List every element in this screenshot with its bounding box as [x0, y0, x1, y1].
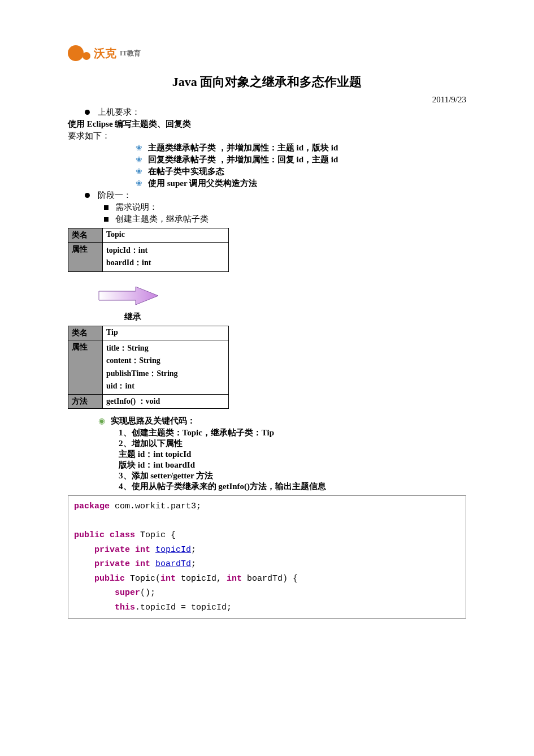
logo-main-text: 沃克: [94, 46, 116, 61]
kw-package: package: [74, 502, 110, 511]
phase-sub: 创建主题类，继承帖子类: [68, 214, 466, 224]
logo-sub-text: IT教育: [120, 49, 141, 58]
kw-private: private: [94, 545, 130, 555]
table-row: 类名 Tip: [68, 326, 229, 340]
kw-int: int: [160, 574, 176, 584]
table-cell: getInfo() ：void: [103, 395, 229, 409]
section-phase: 阶段一：: [68, 190, 466, 201]
svg-marker-0: [99, 287, 158, 305]
kw-private: private: [94, 559, 130, 569]
impl-step: 2、增加以下属性: [119, 438, 466, 449]
bullet-dot-icon: [85, 110, 90, 115]
requirements-heading: 上机要求：: [98, 107, 140, 118]
flower-bullet-icon: ❀: [136, 179, 142, 188]
table-header: 属性: [68, 340, 103, 395]
req-item: ❀ 使用 super 调用父类构造方法: [68, 178, 466, 189]
impl-heading-row: ◉ 实现思路及关键代码：: [68, 416, 466, 426]
section-requirements: 上机要求：: [68, 107, 466, 118]
req-item: ❀ 在帖子类中实现多态: [68, 166, 466, 177]
table-cell: title：String content：String publishTime：…: [103, 340, 229, 395]
code-text: topicId,: [176, 574, 227, 584]
code-text: Topic {: [135, 530, 176, 540]
impl-step: 1、创建主题类：Topic，继承帖子类：Tip: [119, 427, 466, 438]
req-item: ❀ 回复类继承帖子类 ，并增加属性：回复 id，主题 id: [68, 154, 466, 165]
logo-circle-icon: [68, 45, 84, 61]
target-bullet-icon: ◉: [98, 416, 105, 426]
table-header: 类名: [68, 326, 103, 340]
table-row: 方法 getInfo() ：void: [68, 395, 229, 409]
arrow-icon: [96, 283, 164, 308]
kw-int: int: [227, 574, 242, 584]
req-text: 在帖子类中实现多态: [148, 166, 224, 177]
code-block: package com.workit.part3; public class T…: [68, 495, 466, 619]
impl-step: 主题 id：int topicId: [119, 449, 466, 460]
req-item: ❀ 主题类继承帖子类 ，并增加属性：主题 id，版块 id: [68, 142, 466, 153]
impl-step: 版块 id：int boardId: [119, 460, 466, 470]
impl-step: 4、使用从帖子类继承来的 getInfo()方法，输出主题信息: [119, 481, 466, 492]
kw-int: int: [135, 559, 150, 569]
bullet-square-icon: [104, 205, 108, 210]
phase-sub-text: 需求说明：: [115, 202, 158, 213]
phase-sub-text: 创建主题类，继承帖子类: [115, 214, 209, 224]
kw-super: super: [115, 588, 140, 598]
bullet-dot-icon: [85, 193, 90, 198]
req-line-2: 要求如下：: [68, 131, 466, 141]
class-table-topic: 类名 Topic 属性 topicId：int boardId：int: [68, 228, 229, 272]
kw-this: this: [115, 603, 135, 612]
logo-image: 沃克 IT教育: [68, 45, 141, 61]
req-text: 回复类继承帖子类 ，并增加属性：回复 id，主题 id: [148, 154, 338, 165]
field-name: topicId: [155, 545, 191, 555]
impl-heading: 实现思路及关键代码：: [111, 416, 196, 426]
phase-sub: 需求说明：: [68, 202, 466, 213]
table-row: 类名 Topic: [68, 228, 229, 243]
inherit-label: 继承: [124, 312, 466, 322]
table-header: 属性: [68, 243, 103, 272]
code-text: com.workit.part3;: [110, 502, 201, 511]
class-table-tip: 类名 Tip 属性 title：String content：String pu…: [68, 326, 229, 409]
req-line-1: 使用 Eclipse 编写主题类、回复类: [68, 119, 466, 129]
code-text: ();: [140, 588, 155, 598]
impl-step: 3、添加 setter/getter 方法: [119, 470, 466, 481]
table-cell: Topic: [103, 228, 229, 243]
logo: 沃克 IT教育: [68, 45, 141, 61]
code-text: .topicId = topicId;: [135, 603, 232, 612]
flower-bullet-icon: ❀: [136, 143, 142, 153]
bullet-square-icon: [104, 217, 108, 222]
table-row: 属性 title：String content：String publishTi…: [68, 340, 229, 395]
table-cell: Tip: [103, 326, 229, 340]
phase-heading: 阶段一：: [98, 190, 132, 201]
inherit-arrow: [96, 283, 466, 308]
table-cell: topicId：int boardId：int: [103, 243, 229, 272]
kw-public: public: [94, 574, 125, 584]
kw-int: int: [135, 545, 150, 555]
document-title: Java 面向对象之继承和多态作业题: [68, 74, 466, 90]
flower-bullet-icon: ❀: [136, 155, 142, 165]
document-page: 沃克 IT教育 Java 面向对象之继承和多态作业题 2011/9/23 上机要…: [0, 0, 534, 756]
code-text: Topic(: [125, 574, 160, 584]
req-text: 使用 super 调用父类构造方法: [148, 178, 257, 189]
flower-bullet-icon: ❀: [136, 167, 142, 176]
table-header: 类名: [68, 228, 103, 243]
document-date: 2011/9/23: [68, 95, 466, 105]
logo-dot-icon: [83, 52, 90, 60]
table-header: 方法: [68, 395, 103, 409]
table-row: 属性 topicId：int boardId：int: [68, 243, 229, 272]
field-name: boardTd: [155, 559, 191, 569]
code-text: boardTd) {: [242, 574, 298, 584]
kw-public: public: [74, 530, 105, 540]
kw-class: class: [110, 530, 135, 540]
req-text: 主题类继承帖子类 ，并增加属性：主题 id，版块 id: [148, 142, 338, 153]
